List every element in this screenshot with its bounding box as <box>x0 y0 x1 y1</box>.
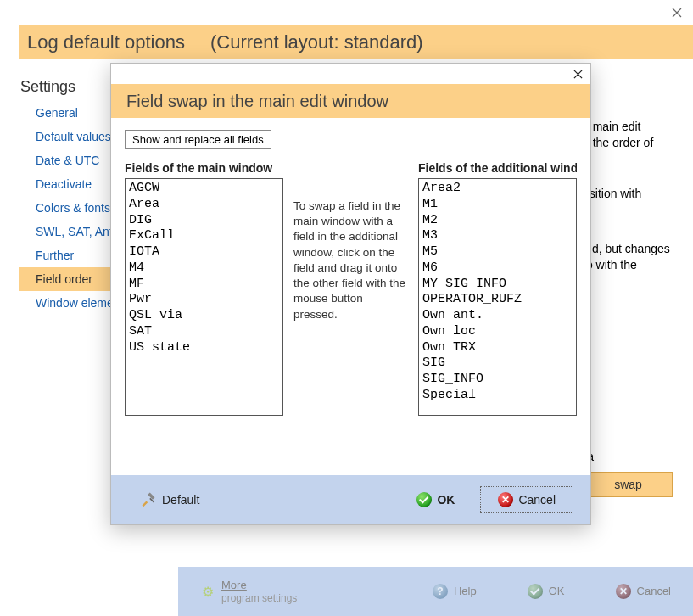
cancel-button-label: Cancel <box>518 493 556 507</box>
dialog-titlebar <box>111 64 590 84</box>
list-item[interactable]: Special <box>422 388 573 404</box>
list-item[interactable]: M6 <box>422 260 573 277</box>
swap-button-label: swap <box>614 478 642 491</box>
dialog-body: Show and replace all fields Fields of th… <box>111 118 590 475</box>
list-item[interactable]: MY_SIG_INFO <box>422 277 573 293</box>
default-button[interactable]: Default <box>128 486 211 514</box>
list-item[interactable]: SIG <box>422 356 573 372</box>
list-item[interactable]: SIG_INFO <box>422 372 573 388</box>
page-title: Log default options <box>27 31 185 53</box>
list-item[interactable]: Own TRX <box>422 340 573 356</box>
dialog-header: Field swap in the main edit window <box>111 84 590 118</box>
default-button-label: Default <box>162 493 199 507</box>
bg-text-2: osition with <box>583 187 676 200</box>
footer-ok-label: OK <box>549 585 565 598</box>
ok-icon <box>416 492 432 507</box>
ok-button-label: OK <box>437 493 455 507</box>
list-item[interactable]: M2 <box>422 213 573 229</box>
list-item[interactable]: M1 <box>422 197 573 213</box>
list-item[interactable]: Own loc <box>422 324 573 340</box>
list-item[interactable]: Pwr <box>129 292 279 308</box>
list-item[interactable]: Area <box>129 197 279 213</box>
list-item[interactable]: AGCW <box>129 181 279 197</box>
footer-ok-button[interactable]: OK <box>528 584 565 599</box>
tools-icon <box>140 490 157 510</box>
footer-more-sublabel: program settings <box>221 592 297 604</box>
list-item[interactable]: ExCall <box>129 228 279 244</box>
list-item[interactable]: M5 <box>422 244 573 260</box>
list-item[interactable]: M3 <box>422 228 573 244</box>
page-layout-label: (Current layout: standard) <box>210 31 423 53</box>
swap-button[interactable]: swap <box>584 472 673 497</box>
gear-icon: ⚙ <box>200 584 215 599</box>
cancel-icon: ✕ <box>616 584 631 599</box>
swap-instructions: To swap a field in the main window with … <box>293 161 408 322</box>
list-item[interactable]: QSL via <box>129 308 279 324</box>
ok-icon <box>528 584 543 599</box>
list-item[interactable]: SAT <box>129 324 279 340</box>
field-swap-dialog: Field swap in the main edit window Show … <box>110 63 591 525</box>
cancel-icon: ✕ <box>498 492 513 507</box>
list-item[interactable]: M4 <box>129 260 279 277</box>
cancel-button[interactable]: ✕ Cancel <box>480 486 573 513</box>
main-window-fields-list[interactable]: AGCWAreaDIGExCallIOTAM4MFPwrQSL viaSATUS… <box>125 178 283 416</box>
bg-text-3: eld, but changesto with the <box>583 241 682 273</box>
list-item[interactable]: OPERATOR_RUFZ <box>422 292 573 308</box>
additional-window-fields-title: Fields of the additional window <box>418 161 577 175</box>
dialog-title: Field swap in the main edit window <box>126 92 388 111</box>
footer-more-button[interactable]: ⚙ More program settings <box>200 579 382 604</box>
main-window-fields-title: Fields of the main window <box>125 161 283 175</box>
show-replace-all-button[interactable]: Show and replace all fields <box>125 130 271 149</box>
main-footer: ⚙ More program settings ? Help OK ✕ Canc… <box>178 567 693 616</box>
list-item[interactable]: US state <box>129 340 279 356</box>
help-icon: ? <box>433 584 448 599</box>
list-item[interactable]: Area2 <box>422 181 573 197</box>
dialog-footer: Default OK ✕ Cancel <box>111 475 590 524</box>
dialog-close-button[interactable] <box>570 66 585 81</box>
list-item[interactable]: MF <box>129 277 279 293</box>
list-item[interactable]: Own ant. <box>422 308 573 324</box>
ok-button[interactable]: OK <box>405 488 467 512</box>
list-item[interactable]: DIG <box>129 213 279 229</box>
additional-window-fields-list[interactable]: Area2M1M2M3M5M6MY_SIG_INFOOPERATOR_RUFZO… <box>418 178 577 416</box>
window-close-button[interactable] <box>669 5 685 20</box>
footer-help-button[interactable]: ? Help <box>433 584 477 599</box>
footer-cancel-button[interactable]: ✕ Cancel <box>616 584 671 599</box>
list-item[interactable]: IOTA <box>129 244 279 260</box>
footer-cancel-label: Cancel <box>637 585 671 598</box>
footer-more-label: More <box>221 579 247 591</box>
page-header: Log default options (Current layout: sta… <box>19 25 693 59</box>
footer-help-label: Help <box>454 585 477 598</box>
bg-text-1: e main editn the order of <box>583 119 676 151</box>
